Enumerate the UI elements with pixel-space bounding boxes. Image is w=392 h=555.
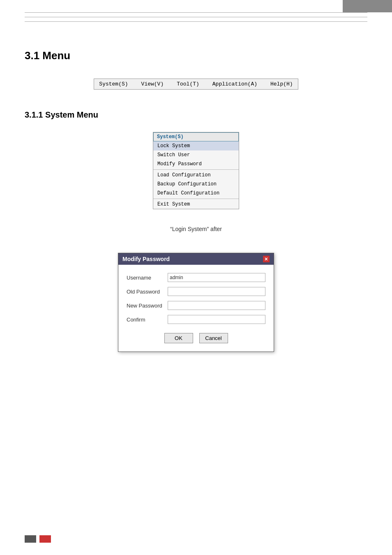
menu-item-backup-config[interactable]: Backup Configuration [153, 180, 239, 189]
caption-text: “Login System” after [25, 226, 367, 232]
cancel-button[interactable]: Cancel [199, 333, 228, 343]
old-password-input[interactable] [168, 287, 265, 296]
system-menu-dropdown: System(S) Lock System Switch User Modify… [153, 132, 239, 209]
modify-password-dialog: Modify Password × Username Old Password … [118, 253, 274, 352]
menu-item-system[interactable]: System(S) [97, 80, 130, 88]
menu-divider-1 [153, 169, 239, 170]
bottom-square-dark [25, 535, 36, 543]
dialog-body: Username Old Password New Password Confi… [118, 265, 274, 352]
dialog-buttons: OK Cancel [127, 329, 265, 345]
top-lines [25, 12, 367, 26]
menu-item-default-config[interactable]: Default Configuration [153, 189, 239, 198]
menu-item-modify-password[interactable]: Modify Password [153, 160, 239, 169]
menubar: System(S) View(V) Tool(T) Application(A)… [94, 79, 298, 90]
menu-item-switch-user[interactable]: Switch User [153, 150, 239, 160]
menu-item-lock-system[interactable]: Lock System [153, 141, 239, 150]
username-row: Username [127, 273, 265, 282]
subsection-title: 3.1.1 System Menu [25, 110, 367, 120]
username-label: Username [127, 275, 168, 281]
username-input[interactable] [168, 273, 265, 282]
menu-item-application[interactable]: Application(A) [210, 80, 260, 88]
confirm-label: Confirm [127, 317, 168, 323]
dialog-close-button[interactable]: × [263, 256, 270, 262]
new-password-row: New Password [127, 301, 265, 310]
new-password-label: New Password [127, 303, 168, 309]
menu-item-help[interactable]: Help(H) [268, 80, 295, 88]
dialog-title: Modify Password [122, 256, 170, 262]
new-password-input[interactable] [168, 301, 265, 310]
menu-item-exit-system[interactable]: Exit System [153, 200, 239, 209]
section-title: 3.1 Menu [25, 49, 367, 62]
menu-divider-2 [153, 199, 239, 199]
menu-item-view[interactable]: View(V) [139, 80, 166, 88]
top-bar-decoration [343, 0, 392, 12]
system-menu-header[interactable]: System(S) [153, 132, 239, 141]
dialog-titlebar: Modify Password × [118, 253, 274, 265]
system-menu-container: System(S) Lock System Switch User Modify… [25, 132, 367, 209]
ok-button[interactable]: OK [164, 333, 193, 343]
menu-item-load-config[interactable]: Load Configuration [153, 171, 239, 180]
dialog-container: Modify Password × Username Old Password … [25, 253, 367, 352]
confirm-row: Confirm [127, 315, 265, 324]
old-password-label: Old Password [127, 289, 168, 295]
bottom-square-red [39, 535, 51, 543]
confirm-input[interactable] [168, 315, 265, 324]
menu-item-tool[interactable]: Tool(T) [174, 80, 202, 88]
old-password-row: Old Password [127, 287, 265, 296]
menubar-container: System(S) View(V) Tool(T) Application(A)… [25, 79, 367, 90]
bottom-decoration [25, 535, 51, 543]
